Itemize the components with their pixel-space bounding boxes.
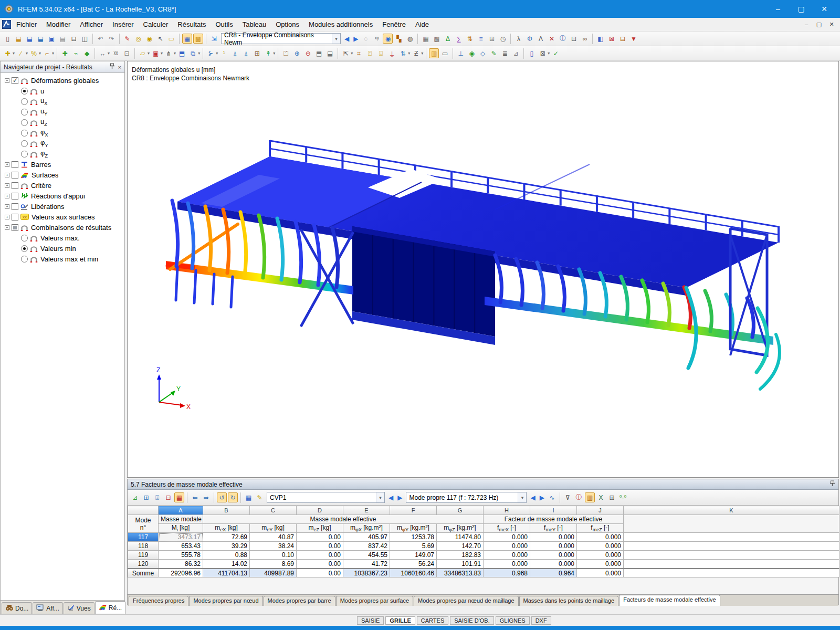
cell[interactable]: 0.000 (530, 551, 577, 560)
cell[interactable]: 0.00 (297, 542, 343, 551)
solid-info-icon[interactable]: ⊡ (569, 34, 579, 44)
level-down-icon[interactable]: ⍗ (376, 48, 386, 58)
column-header-m-x[interactable]: mφX [kg.m²] (343, 524, 390, 533)
cell[interactable]: 0.000 (577, 533, 624, 542)
info-icon[interactable]: ⓘ (558, 34, 568, 44)
print-icon[interactable]: ⊟ (69, 34, 79, 44)
info-point-icon[interactable]: ⓘ (574, 492, 584, 502)
prev-result-button[interactable]: ◀ (386, 494, 395, 501)
menu-ins-rer[interactable]: Insérer (108, 19, 138, 30)
column-header-fmex[interactable]: fmeX [-] (484, 524, 530, 533)
edit-note-icon[interactable]: ✎ (255, 492, 265, 502)
rotate-ccw-icon[interactable]: ↺ (217, 492, 227, 502)
export-red-icon[interactable]: ⊠ (606, 34, 616, 44)
dimension-icon[interactable]: ↔ (98, 48, 108, 58)
cell[interactable]: 0.000 (484, 533, 530, 542)
check-ok-icon[interactable]: ✓ (551, 48, 561, 58)
tree-item-z[interactable]: φZ (3, 149, 124, 159)
table-down-icon[interactable]: ⍗ (152, 492, 162, 502)
dropdown-arrow-icon[interactable]: ▾ (52, 51, 54, 56)
cell-k[interactable] (624, 551, 839, 560)
column-letter-blank[interactable] (128, 506, 159, 515)
zoom-out-icon[interactable]: ⊖ (303, 48, 313, 58)
solid-copy-icon[interactable]: ⧉ (188, 48, 198, 58)
level-up-icon[interactable]: ⍐ (365, 48, 375, 58)
mdi-minimize-button[interactable]: – (800, 21, 813, 28)
levels-all-icon[interactable]: ⍊ (387, 48, 397, 58)
combo-arrow-icon[interactable]: ▾ (518, 492, 526, 502)
pencil-green-icon[interactable]: ✎ (489, 48, 499, 58)
stages-icon[interactable]: ⊞ (487, 34, 497, 44)
column-letter-g[interactable]: G (437, 506, 484, 515)
cell[interactable]: 0.00 (297, 560, 343, 569)
cell[interactable]: 0.000 (530, 542, 577, 551)
mode-column-header[interactable]: Moden° (128, 515, 159, 533)
cell[interactable]: 0.000 (530, 533, 577, 542)
column-header-mez[interactable]: meZ [kg] (297, 524, 343, 533)
generate-loads-icon[interactable]: ⇅ (465, 34, 475, 44)
table-view-icon[interactable]: ▦ (244, 492, 254, 502)
mdi-restore-button[interactable]: ▢ (813, 21, 825, 28)
radio-button[interactable] (21, 88, 28, 94)
column-letter-h[interactable]: H (484, 506, 530, 515)
prev-mode-button[interactable]: ◀ (528, 494, 537, 501)
checkbox[interactable] (12, 77, 18, 84)
dropdown-arrow-icon[interactable]: ▾ (161, 51, 163, 56)
checkbox[interactable] (12, 214, 18, 220)
window-new-icon[interactable]: ◧ (595, 34, 605, 44)
cell-k[interactable] (624, 560, 839, 569)
guide-lines-icon[interactable]: ⌗ (354, 48, 364, 58)
cell[interactable]: 72.69 (203, 533, 250, 542)
radio-button[interactable] (21, 245, 28, 252)
combo-arrow-icon[interactable]: ▾ (376, 492, 384, 502)
table-insert-icon[interactable]: ⊞ (141, 492, 151, 502)
radio-button[interactable] (21, 256, 28, 262)
cell[interactable]: 8.69 (250, 560, 297, 569)
tree-item-surfaces[interactable]: +Surfaces (3, 170, 124, 180)
tree-item-valeurs-aux-surfaces[interactable]: +xxValeurs aux surfaces (3, 212, 124, 222)
navigator-tab-vues[interactable]: Vues (64, 602, 94, 614)
menu-aide[interactable]: Aide (411, 19, 434, 30)
mirror-icon[interactable]: Λ (536, 34, 545, 44)
status-segment-glignes[interactable]: GLIGNES (496, 616, 530, 625)
visibility-icon[interactable]: ◉ (383, 34, 393, 44)
col-next-icon[interactable]: ⇒ (201, 492, 211, 502)
column-header-mey[interactable]: meY [kg] (250, 524, 297, 533)
row-header-somme[interactable]: Somme (128, 569, 159, 578)
radio-button[interactable] (21, 235, 28, 242)
opening-new-icon[interactable]: ▣ (151, 48, 161, 58)
line-new-icon[interactable]: ∕ (16, 48, 26, 58)
pin-icon[interactable] (109, 63, 115, 71)
table-tab-facteurs-de-masse-modale-effective[interactable]: Facteurs de masse modale effective (619, 595, 720, 606)
dropdown-arrow-icon[interactable]: ▾ (26, 51, 28, 56)
col-prev-icon[interactable]: ⇐ (190, 492, 200, 502)
cell[interactable]: 3473.17 (159, 533, 203, 542)
cell[interactable]: 0.000 (484, 551, 530, 560)
fe-mesh-refine-icon[interactable]: ▩ (432, 34, 442, 44)
tree-item-uy[interactable]: uY (3, 107, 124, 117)
view-cube-icon[interactable]: ⬒ (314, 48, 324, 58)
column-letter-j[interactable]: J (577, 506, 624, 515)
open-model-icon[interactable]: ⬓ (25, 34, 35, 44)
collapse-icon[interactable]: − (5, 78, 9, 83)
status-segment-dxf[interactable]: DXF (531, 616, 551, 625)
panel-toggle-icon[interactable]: ▯ (527, 48, 537, 58)
zoom-window-icon[interactable]: ◎ (133, 34, 143, 44)
monitor-icon[interactable]: ▭ (440, 48, 450, 58)
clock-icon[interactable]: ◷ (498, 34, 508, 44)
generate-tree-icon[interactable]: ↟ (263, 48, 273, 58)
effective-mass-group-header[interactable]: Masse modale effective (203, 515, 484, 524)
tree-item-valeurs-max[interactable]: Valeurs max. (3, 233, 124, 243)
dimension-xx-icon[interactable]: ᵡᵡ (111, 48, 121, 58)
show-grid-icon[interactable]: ▩ (193, 34, 203, 44)
checkbox[interactable] (12, 203, 18, 210)
menu-fichier[interactable]: Fichier (12, 19, 41, 30)
cell[interactable]: 0.00 (297, 533, 343, 542)
mesh-refinement-2-icon[interactable]: ⍋ (241, 48, 251, 58)
expand-icon[interactable]: + (5, 162, 9, 167)
sum-cell-k[interactable] (624, 569, 839, 578)
column-letter-k[interactable]: K (624, 506, 839, 515)
edit-pencil-icon[interactable]: ✎ (122, 34, 132, 44)
minimize-button[interactable]: – (766, 1, 790, 17)
expand-icon[interactable]: + (5, 215, 9, 219)
